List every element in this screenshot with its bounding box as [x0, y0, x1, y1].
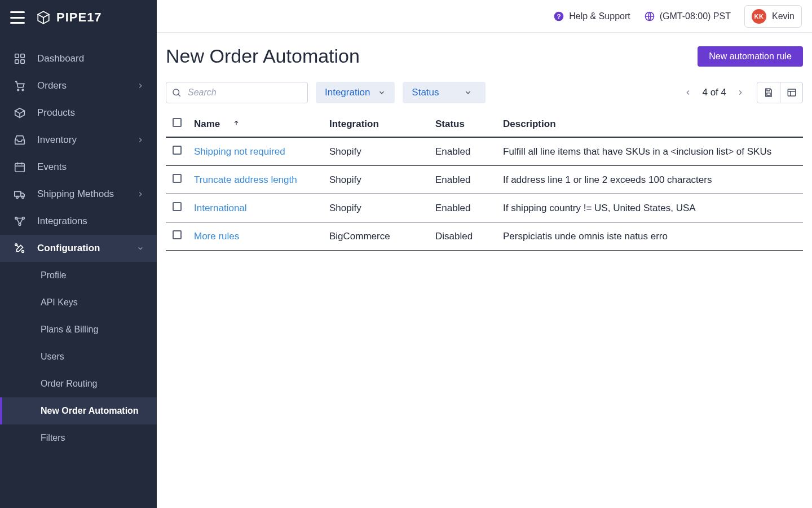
table-row: Shipping not required Shopify Enabled Fu…: [166, 137, 803, 166]
sidebar-sub-label: Order Routing: [41, 379, 98, 389]
svg-rect-0: [15, 54, 19, 58]
sidebar-sub-order-routing[interactable]: Order Routing: [0, 370, 157, 397]
new-automation-rule-button[interactable]: New automation rule: [698, 46, 803, 67]
content: New Order Automation New automation rule…: [157, 33, 812, 508]
rule-name-link[interactable]: Truncate address length: [194, 174, 297, 185]
cell-description: Fulfill all line items that have SKUs in…: [497, 137, 803, 166]
sidebar-sub-api-keys[interactable]: API Keys: [0, 289, 157, 316]
filter-status[interactable]: Status: [403, 82, 485, 103]
sidebar-sub-label: New Order Automation: [41, 406, 139, 416]
sidebar-item-label: Shipping Methods: [37, 189, 114, 200]
help-support-label: Help & Support: [569, 11, 630, 21]
rule-name-link[interactable]: Shipping not required: [194, 146, 285, 157]
sidebar-nav: Dashboard Orders Products Inventory: [0, 35, 157, 508]
sidebar-sub-label: Users: [41, 352, 64, 362]
sidebar-item-label: Configuration: [37, 243, 100, 254]
cube-icon: [36, 10, 51, 25]
col-header-name[interactable]: Name: [188, 111, 324, 137]
col-header-status[interactable]: Status: [430, 111, 497, 137]
cell-status: Enabled: [430, 166, 497, 194]
svg-rect-19: [767, 93, 770, 96]
sidebar-item-dashboard[interactable]: Dashboard: [0, 45, 157, 72]
svg-rect-2: [15, 60, 19, 63]
col-header-label: Description: [503, 119, 556, 129]
col-header-description[interactable]: Description: [497, 111, 803, 137]
timezone-selector[interactable]: (GMT-08:00) PST: [644, 11, 731, 22]
col-header-label: Integration: [329, 119, 379, 129]
select-all-checkbox[interactable]: [173, 118, 182, 127]
rule-name-link[interactable]: International: [194, 203, 247, 213]
table-row: Truncate address length Shopify Enabled …: [166, 166, 803, 194]
table-row: More rules BigCommerce Disabled Perspici…: [166, 222, 803, 251]
col-header-integration[interactable]: Integration: [324, 111, 430, 137]
sidebar-item-inventory[interactable]: Inventory: [0, 126, 157, 154]
rule-name-link[interactable]: More rules: [194, 231, 239, 242]
sidebar-sub-label: Filters: [41, 433, 65, 443]
sidebar-item-orders[interactable]: Orders: [0, 72, 157, 99]
user-name: Kevin: [772, 11, 795, 21]
filter-label: Integration: [325, 87, 370, 98]
cell-integration: BigCommerce: [324, 222, 430, 251]
user-menu[interactable]: KK Kevin: [744, 5, 802, 28]
sort-asc-icon: [233, 119, 240, 129]
row-checkbox[interactable]: [173, 146, 182, 155]
view-buttons: [757, 82, 803, 103]
sidebar-item-shipping-methods[interactable]: Shipping Methods: [0, 181, 157, 208]
toolbar-right: 4 of 4: [682, 82, 803, 103]
svg-point-11: [23, 217, 25, 220]
box-icon: [12, 107, 27, 119]
filter-integration[interactable]: Integration: [316, 82, 395, 103]
help-support-button[interactable]: ? Help & Support: [553, 11, 630, 22]
cell-status: Disabled: [430, 222, 497, 251]
main: ? Help & Support (GMT-08:00) PST KK Kevi…: [157, 0, 812, 508]
tools-icon: [12, 242, 27, 255]
nodes-icon: [12, 215, 27, 227]
cell-description: Perspiciatis unde omnis iste natus erro: [497, 222, 803, 251]
inbox-icon: [12, 134, 27, 146]
svg-point-5: [22, 89, 24, 91]
page-header: New Order Automation New automation rule: [166, 45, 803, 67]
col-header-label: Status: [435, 119, 465, 129]
menu-toggle-button[interactable]: [10, 11, 25, 24]
pager-prev-button[interactable]: [682, 86, 694, 99]
sidebar: PIPE17 Dashboard Orders Products: [0, 0, 157, 508]
pager-text: 4 of 4: [702, 87, 726, 98]
svg-point-18: [173, 89, 179, 95]
cell-description: If address line 1 or line 2 exceeds 100 …: [497, 166, 803, 194]
filter-label: Status: [412, 87, 439, 98]
sidebar-sub-filters[interactable]: Filters: [0, 424, 157, 452]
sidebar-subnav: Profile API Keys Plans & Billing Users O…: [0, 262, 157, 452]
sidebar-sub-users[interactable]: Users: [0, 343, 157, 370]
row-checkbox[interactable]: [173, 202, 182, 211]
search-input[interactable]: [166, 82, 308, 103]
rules-table: Name Integration Status Description Ship…: [166, 111, 803, 251]
pager-next-button[interactable]: [734, 86, 747, 99]
save-view-button[interactable]: [757, 82, 780, 103]
sidebar-item-label: Orders: [37, 80, 67, 91]
svg-text:?: ?: [557, 12, 561, 20]
svg-point-14: [22, 251, 24, 253]
sidebar-sub-new-order-automation[interactable]: New Order Automation: [0, 397, 157, 424]
sidebar-item-products[interactable]: Products: [0, 99, 157, 126]
sidebar-item-events[interactable]: Events: [0, 154, 157, 181]
row-checkbox[interactable]: [173, 174, 182, 183]
truck-icon: [12, 188, 27, 200]
chevron-down-icon: [378, 89, 386, 97]
columns-button[interactable]: [780, 82, 802, 103]
search-field-wrap: [166, 82, 308, 103]
sidebar-top: PIPE17: [0, 0, 157, 35]
pager: 4 of 4: [682, 86, 747, 99]
row-checkbox[interactable]: [173, 230, 182, 239]
brand-logo[interactable]: PIPE17: [36, 10, 102, 25]
sidebar-item-configuration[interactable]: Configuration: [0, 235, 157, 262]
sidebar-sub-plans-billing[interactable]: Plans & Billing: [0, 316, 157, 343]
sidebar-item-integrations[interactable]: Integrations: [0, 208, 157, 235]
sidebar-sub-label: Plans & Billing: [41, 325, 98, 335]
sidebar-sub-profile[interactable]: Profile: [0, 262, 157, 289]
chevron-right-icon: [136, 82, 144, 90]
brand-text: PIPE17: [56, 10, 102, 25]
svg-rect-6: [15, 164, 25, 172]
table-row: International Shopify Enabled If shippin…: [166, 194, 803, 222]
svg-point-10: [15, 217, 17, 220]
svg-rect-7: [15, 191, 21, 196]
